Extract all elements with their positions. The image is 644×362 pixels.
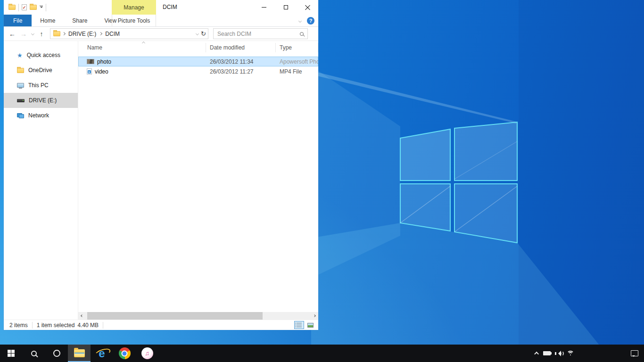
details-view-icon <box>297 323 302 327</box>
ribbon-tab-row: File Home Share View Picture Tools ? <box>4 15 318 27</box>
file-list-pane: Name Date modified Type photo 26/03/2012… <box>78 41 318 320</box>
maximize-button[interactable] <box>275 0 297 14</box>
volume-icon[interactable] <box>555 351 562 356</box>
file-explorer-window: ✓ Manage DCIM File Home Share View Pictu… <box>4 0 318 330</box>
customize-qat-button[interactable] <box>40 6 43 9</box>
horizontal-scrollbar[interactable] <box>78 312 318 320</box>
hard-drive-icon <box>17 99 25 102</box>
photo-thumbnail-icon <box>87 59 94 64</box>
itunes-icon: ♫ <box>141 347 153 359</box>
column-header-name[interactable]: Name <box>78 43 206 52</box>
address-toolbar: ← → ↑ DRIVE (E:) DCIM ↻ <box>4 27 318 41</box>
explorer-app-icon <box>8 5 16 10</box>
quick-access-star-icon: ★ <box>17 52 23 58</box>
search-icon[interactable] <box>300 32 304 36</box>
search-input[interactable] <box>217 31 300 37</box>
thumbnails-view-icon <box>307 323 314 328</box>
cortana-button[interactable] <box>45 345 68 362</box>
internet-explorer-icon: e <box>96 347 108 360</box>
thumbnails-view-button[interactable] <box>305 321 315 329</box>
show-hidden-icons-chevron-icon[interactable] <box>534 352 539 356</box>
chrome-icon <box>119 347 131 359</box>
sidebar-item-quick-access[interactable]: ★ Quick access <box>4 48 78 63</box>
new-folder-button[interactable] <box>30 5 37 10</box>
folder-icon <box>53 31 60 36</box>
selection-count: 1 item selected <box>37 322 75 329</box>
internet-explorer-button[interactable]: e <box>91 345 113 362</box>
recent-locations-icon[interactable] <box>29 28 36 40</box>
file-row-video[interactable]: video 26/03/2012 11:27 MP4 File <box>78 66 318 76</box>
file-name-cell: video <box>78 68 206 75</box>
sidebar-item-network[interactable]: Network <box>4 108 78 123</box>
windows-logo-icon <box>8 350 15 357</box>
computer-icon <box>17 83 24 88</box>
divider <box>18 4 19 11</box>
column-header-type[interactable]: Type <box>276 43 318 52</box>
breadcrumb-drive[interactable]: DRIVE (E:) <box>67 31 97 37</box>
file-row-photo[interactable]: photo 26/03/2012 11:34 Apowersoft Pho <box>78 57 318 66</box>
onedrive-folder-icon <box>17 68 24 73</box>
action-center-icon <box>631 350 638 356</box>
start-button[interactable] <box>0 345 23 362</box>
column-headers: Name Date modified Type <box>78 41 318 54</box>
file-name: video <box>95 68 108 75</box>
battery-icon[interactable] <box>543 351 551 355</box>
tab-picture-tools[interactable]: Picture Tools <box>112 15 156 27</box>
up-button[interactable]: ↑ <box>36 28 47 40</box>
close-icon <box>305 5 310 10</box>
sidebar-item-drive-e[interactable]: DRIVE (E:) <box>4 93 78 108</box>
action-center-button[interactable] <box>631 345 638 362</box>
tab-home[interactable]: Home <box>32 15 64 26</box>
ribbon-right-controls: ? <box>299 15 314 27</box>
network-icon <box>17 113 24 118</box>
wifi-icon[interactable] <box>567 351 574 356</box>
sidebar-item-onedrive[interactable]: OneDrive <box>4 63 78 78</box>
file-explorer-taskbar-button[interactable] <box>68 345 91 362</box>
details-view-button[interactable] <box>294 321 304 329</box>
file-list-empty-area[interactable] <box>78 76 318 312</box>
sidebar-item-label: This PC <box>28 82 49 89</box>
breadcrumb-dcim[interactable]: DCIM <box>104 31 121 37</box>
minimize-icon <box>262 7 266 8</box>
properties-button[interactable]: ✓ <box>22 4 27 10</box>
file-date-cell: 26/03/2012 11:34 <box>206 58 276 65</box>
scrollbar-thumb[interactable] <box>87 312 263 320</box>
tab-share[interactable]: Share <box>64 15 96 26</box>
close-button[interactable] <box>297 0 318 14</box>
tab-file[interactable]: File <box>4 15 32 26</box>
search-box[interactable] <box>213 28 308 39</box>
column-header-date-modified[interactable]: Date modified <box>206 43 276 52</box>
divider <box>103 322 103 329</box>
scroll-left-icon[interactable] <box>78 312 86 320</box>
sidebar-item-label: Quick access <box>27 52 60 58</box>
divider <box>32 322 33 329</box>
manage-contextual-group[interactable]: Manage <box>112 0 156 15</box>
search-button[interactable] <box>23 345 45 362</box>
back-button[interactable]: ← <box>7 28 18 40</box>
forward-button[interactable]: → <box>18 28 29 40</box>
sidebar-item-this-pc[interactable]: This PC <box>4 78 78 93</box>
selection-size: 4.40 MB <box>77 322 99 329</box>
search-icon <box>31 351 37 356</box>
collapse-ribbon-icon[interactable] <box>298 19 302 22</box>
sidebar-item-label: DRIVE (E:) <box>29 97 57 104</box>
sidebar-item-label: Network <box>28 112 49 119</box>
taskbar: e ♫ <box>0 345 644 362</box>
navigation-pane: ★ Quick access OneDrive This PC DRIVE (E… <box>4 41 78 320</box>
minimize-button[interactable] <box>253 0 275 14</box>
file-type-cell: MP4 File <box>276 68 318 75</box>
refresh-icon[interactable]: ↻ <box>201 31 206 37</box>
breadcrumb-chevron-icon[interactable] <box>62 32 66 35</box>
help-button[interactable]: ? <box>307 17 314 25</box>
system-tray <box>536 345 574 362</box>
divider <box>46 4 46 11</box>
chrome-button[interactable] <box>113 345 136 362</box>
address-dropdown-icon[interactable] <box>196 32 199 35</box>
itunes-button[interactable]: ♫ <box>136 345 158 362</box>
window-title: DCIM <box>163 4 177 10</box>
breadcrumb-chevron-icon[interactable] <box>99 32 102 35</box>
file-type-cell: Apowersoft Pho <box>276 58 318 65</box>
title-bar: ✓ Manage DCIM <box>4 0 318 15</box>
scroll-right-icon[interactable] <box>311 312 318 320</box>
address-bar[interactable]: DRIVE (E:) DCIM ↻ <box>50 28 208 39</box>
